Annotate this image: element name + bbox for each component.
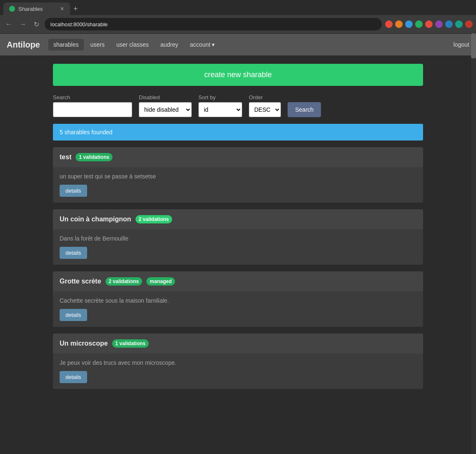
nav-link-sharables[interactable]: sharables: [48, 39, 84, 50]
search-input[interactable]: [53, 102, 132, 117]
card-header: Un coin à champignon 2 validations: [53, 209, 423, 229]
sortby-field-group: Sort by id name created_at: [198, 94, 242, 117]
search-label: Search: [53, 94, 132, 100]
new-tab-button[interactable]: +: [70, 5, 81, 13]
card-header: Grotte scrète 2 validations managed: [53, 271, 423, 291]
card-title: test: [60, 153, 71, 161]
address-bar: ← → ↻: [0, 15, 476, 33]
tab-favicon: [9, 6, 15, 12]
extension-icon-2: [395, 20, 403, 28]
app-nav: Antilope sharables users user classes au…: [0, 34, 476, 55]
card-body: Dans la forêt de Bernouille details: [53, 229, 423, 265]
details-button[interactable]: details: [60, 309, 87, 321]
badge-teal: 2 validations: [105, 277, 143, 286]
nav-link-audrey[interactable]: audrey: [155, 39, 183, 50]
card-title: Un microscope: [60, 340, 108, 347]
sharable-card: Grotte scrète 2 validations managed Cach…: [53, 271, 423, 327]
extension-icon-6: [435, 20, 443, 28]
extension-icon-7: [445, 20, 453, 28]
forward-button[interactable]: →: [18, 20, 28, 29]
nav-links: sharables users user classes audrey acco…: [48, 39, 453, 50]
details-button[interactable]: details: [60, 371, 87, 383]
nav-link-user-classes[interactable]: user classes: [111, 39, 154, 50]
disabled-field-group: Disabled hide disabled show disabled onl…: [139, 94, 192, 117]
extension-icon-5: [425, 20, 433, 28]
badge-teal: 1 validations: [75, 153, 113, 161]
tab-title: Sharables: [18, 6, 43, 12]
nav-link-account[interactable]: account ▾: [185, 39, 220, 50]
card-header: Un microscope 1 validations: [53, 334, 423, 354]
search-form: Search Disabled hide disabled show disab…: [53, 94, 423, 117]
nav-link-users[interactable]: users: [85, 39, 110, 50]
extension-icon-8: [455, 20, 463, 28]
app-logo: Antilope: [7, 40, 40, 50]
disabled-label: Disabled: [139, 94, 192, 100]
browser-icons: [385, 20, 473, 28]
scrollbar-thumb[interactable]: [471, 33, 476, 58]
search-field-group: Search: [53, 94, 132, 117]
sharable-card: Un microscope 1 validations Je peux voir…: [53, 334, 423, 389]
sortby-select[interactable]: id name created_at: [198, 102, 242, 117]
card-description: un super test qui se passe à setsetse: [60, 173, 416, 180]
badge-green: 2 validations: [135, 215, 173, 223]
badge-managed: managed: [146, 277, 175, 286]
extension-icon-4: [415, 20, 423, 28]
extension-icon-1: [385, 20, 393, 28]
disabled-select[interactable]: hide disabled show disabled only disable…: [139, 102, 192, 117]
card-title: Grotte scrète: [60, 278, 101, 285]
order-label: Order: [249, 94, 281, 100]
card-body: Je peux voir des trucs avec mon microsco…: [53, 354, 423, 389]
sharable-card: test 1 validations un super test qui se …: [53, 147, 423, 203]
badge-teal: 1 validations: [112, 339, 149, 348]
tab-bar: Sharables ✕ +: [0, 0, 476, 15]
create-sharable-button[interactable]: create new sharable: [53, 64, 423, 86]
logout-button[interactable]: logout: [453, 41, 469, 48]
order-field-group: Order DESC ASC: [249, 94, 281, 117]
browser-chrome: Sharables ✕ + ← → ↻: [0, 0, 476, 34]
extension-icon-3: [405, 20, 413, 28]
sharables-list: test 1 validations un super test qui se …: [53, 147, 423, 389]
results-message: 5 sharables founded: [60, 129, 113, 135]
order-select[interactable]: DESC ASC: [249, 102, 281, 117]
details-button[interactable]: details: [60, 185, 87, 197]
card-body: Cachette secrète sous la maison familial…: [53, 291, 423, 327]
sortby-label: Sort by: [198, 94, 242, 100]
reload-button[interactable]: ↻: [32, 20, 41, 29]
tab-close-button[interactable]: ✕: [60, 6, 64, 12]
card-description: Je peux voir des trucs avec mon microsco…: [60, 359, 416, 366]
card-body: un super test qui se passe à setsetse de…: [53, 167, 423, 203]
results-bar: 5 sharables founded: [53, 124, 423, 140]
scrollbar[interactable]: [471, 33, 476, 397]
extension-icon-9: [465, 20, 473, 28]
active-tab[interactable]: Sharables ✕: [3, 3, 70, 15]
url-input[interactable]: [45, 18, 382, 30]
back-button[interactable]: ←: [3, 20, 14, 29]
details-button[interactable]: details: [60, 247, 87, 259]
main-content: create new sharable Search Disabled hide…: [46, 64, 430, 389]
sharable-card: Un coin à champignon 2 validations Dans …: [53, 209, 423, 265]
card-description: Dans la forêt de Bernouille: [60, 235, 416, 242]
card-description: Cachette secrète sous la maison familial…: [60, 297, 416, 304]
card-title: Un coin à champignon: [60, 216, 131, 223]
search-button[interactable]: Search: [288, 102, 321, 117]
card-header: test 1 validations: [53, 147, 423, 167]
